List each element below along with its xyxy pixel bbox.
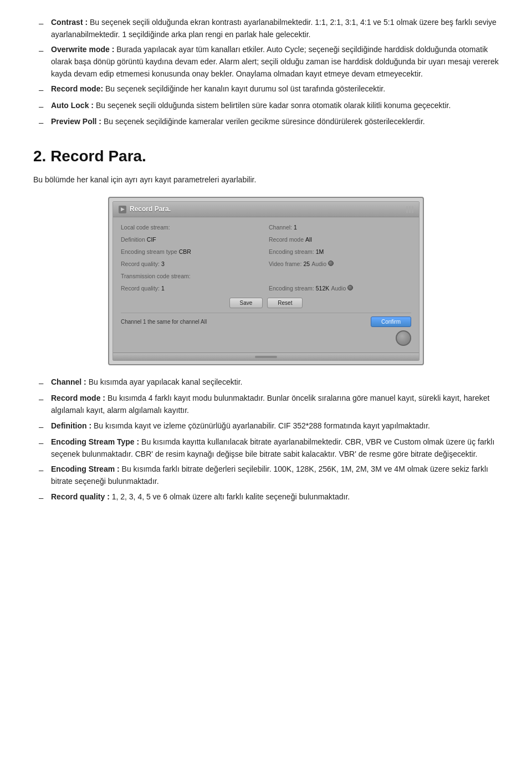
bullet-text: Encoding Stream : Bu kısımda farklı bitr… — [51, 463, 499, 487]
bullet-text: Channel : Bu kısımda ayar yapılacak kana… — [51, 376, 499, 389]
bullet-text: Encoding Stream Type : Bu kısımda kayıtt… — [51, 436, 499, 460]
section-title: 2. Record Para. — [33, 144, 499, 168]
ss-value: 1M — [316, 248, 324, 255]
list-item: – Auto Lock : Bu seçenek seçili olduğund… — [33, 100, 499, 113]
window-handle — [113, 353, 419, 360]
titlebar-decoration — [406, 206, 413, 213]
list-item: – Overwrite mode : Burada yapılacak ayar… — [33, 44, 499, 80]
ss-value: 3 — [161, 261, 165, 267]
divider — [121, 313, 411, 313]
section-intro: Bu bölümde her kanal için ayrı ayrı kayı… — [33, 174, 499, 186]
bullet-text: Contrast : Bu seçenek seçili olduğunda e… — [51, 17, 499, 40]
list-item: – Preview Poll : Bu seçenek seçildiğinde… — [33, 116, 499, 129]
dash-icon: – — [39, 436, 49, 449]
ss-value: All — [305, 236, 312, 243]
list-item: – Definition : Bu kısımda kayıt ve izlem… — [33, 420, 499, 433]
dash-icon: – — [39, 100, 49, 113]
list-item: – Contrast : Bu seçenek seçili olduğunda… — [33, 17, 499, 40]
audio-icon — [328, 261, 334, 266]
ss-label: Transmission code stream: — [121, 273, 191, 279]
ss-row-2: Definition CIF Record mode All — [121, 235, 411, 244]
bullet-bold: Contrast : — [51, 18, 88, 27]
intro-bullet-list: – Contrast : Bu seçenek seçili olduğunda… — [33, 17, 499, 129]
ss-label: Record mode — [269, 236, 304, 243]
dash-icon: – — [39, 392, 49, 405]
ss-label: Local code stream: — [121, 224, 170, 231]
ss-label: Encoding stream type — [121, 248, 177, 255]
bullet-bold: Channel : — [51, 377, 86, 386]
list-item: – Record mode : Bu kısımda 4 farklı kayı… — [33, 392, 499, 416]
bullet-bold: Definition : — [51, 421, 91, 430]
ss-row-3: Encoding stream type CBR Encoding stream… — [121, 247, 411, 257]
handle-bar — [255, 356, 277, 358]
ss-label: Record quality: — [121, 285, 160, 292]
ss-row-1: Local code stream: Channel: 1 — [121, 223, 411, 232]
list-item: – Encoding Stream : Bu kısımda farklı bi… — [33, 463, 499, 487]
dash-icon: – — [39, 463, 49, 476]
audio-icon-2 — [347, 285, 353, 290]
bullet-bold: Encoding Stream : — [51, 464, 120, 473]
list-item: – Record quality : 1, 2, 3, 4, 5 ve 6 ol… — [33, 491, 499, 504]
bullet-text: Record mode: Bu seçenek seçildiğinde her… — [51, 83, 499, 95]
confirm-row: Channel 1 the same for channel All Confi… — [121, 317, 411, 327]
dash-icon: – — [39, 491, 49, 504]
screenshot-container: ▶ Record Para. Local code stream: — [33, 197, 499, 365]
ss-col-right: Video frame: 25 Audio — [269, 259, 411, 269]
ss-label: Record quality: — [121, 261, 160, 267]
bottom-bullet-list: – Channel : Bu kısımda ayar yapılacak ka… — [33, 376, 499, 504]
titlebar: ▶ Record Para. — [113, 202, 419, 217]
ss-buttons-row: Save Reset — [121, 298, 411, 308]
bullet-bold: Encoding Stream Type : — [51, 437, 139, 446]
ss-label: Video frame: — [269, 261, 301, 267]
titlebar-text: Record Para. — [130, 204, 403, 215]
ss-label: Definition — [121, 236, 145, 243]
bullet-text: Definition : Bu kısımda kayıt ve izleme … — [51, 420, 499, 432]
bullet-text: Overwrite mode : Burada yapılacak ayar t… — [51, 44, 499, 80]
bullet-bold: Record mode: — [51, 84, 103, 93]
ss-col-left: Transmission code stream: — [121, 272, 263, 281]
dash-icon: – — [39, 420, 49, 433]
dash-icon: – — [39, 17, 49, 29]
ss-col-left: Record quality: 1 — [121, 284, 263, 293]
ss-value: 1 — [161, 285, 165, 292]
screenshot-box: ▶ Record Para. Local code stream: — [108, 197, 424, 365]
ss-label: Channel: — [269, 224, 292, 231]
bullet-bold: Auto Lock : — [51, 101, 94, 110]
bullet-text: Record mode : Bu kısımda 4 farklı kayıt … — [51, 392, 499, 416]
dash-icon: – — [39, 116, 49, 129]
titlebar-icon: ▶ — [119, 206, 126, 213]
bullet-text: Auto Lock : Bu seçenek seçili olduğunda … — [51, 100, 499, 112]
list-item: – Encoding Stream Type : Bu kısımda kayı… — [33, 436, 499, 460]
bullet-bold: Record quality : — [51, 492, 110, 501]
ss-label: Encoding stream: — [269, 248, 314, 255]
ss-audio-label2: Audio — [331, 285, 347, 292]
bottom-row — [121, 330, 411, 346]
save-button[interactable]: Save — [229, 298, 263, 308]
ss-row-5: Transmission code stream: — [121, 272, 411, 281]
screenshot-window: ▶ Record Para. Local code stream: — [112, 201, 420, 361]
confirm-button[interactable]: Confirm — [371, 317, 411, 327]
ss-col-left: Definition CIF — [121, 235, 263, 244]
ss-col-right — [269, 272, 411, 281]
ss-col-right: Channel: 1 — [269, 223, 411, 232]
reset-button[interactable]: Reset — [267, 298, 303, 308]
ss-col-left: Encoding stream type CBR — [121, 247, 263, 257]
ss-value: CBR — [179, 248, 191, 255]
dash-icon: – — [39, 376, 49, 389]
ss-value: 512K — [316, 285, 330, 292]
bullet-bold: Overwrite mode : — [51, 45, 114, 54]
ss-label: Encoding stream: — [269, 285, 314, 292]
bullet-text: Record quality : 1, 2, 3, 4, 5 ve 6 olma… — [51, 491, 499, 503]
ss-value: 1 — [294, 224, 297, 231]
list-item: – Record mode: Bu seçenek seçildiğinde h… — [33, 83, 499, 96]
ss-value: CIF — [147, 236, 156, 243]
ss-row-4: Record quality: 3 Video frame: 25 Audio — [121, 259, 411, 269]
ss-col-left: Record quality: 3 — [121, 259, 263, 269]
ss-col-left: Local code stream: — [121, 223, 263, 232]
confirm-text: Channel 1 the same for channel All — [121, 318, 366, 326]
ss-col-right: Encoding stream: 1M — [269, 247, 411, 257]
circle-button[interactable] — [396, 330, 411, 346]
bullet-bold: Record mode : — [51, 394, 105, 402]
ss-col-right: Record mode All — [269, 235, 411, 244]
dash-icon: – — [39, 44, 49, 57]
